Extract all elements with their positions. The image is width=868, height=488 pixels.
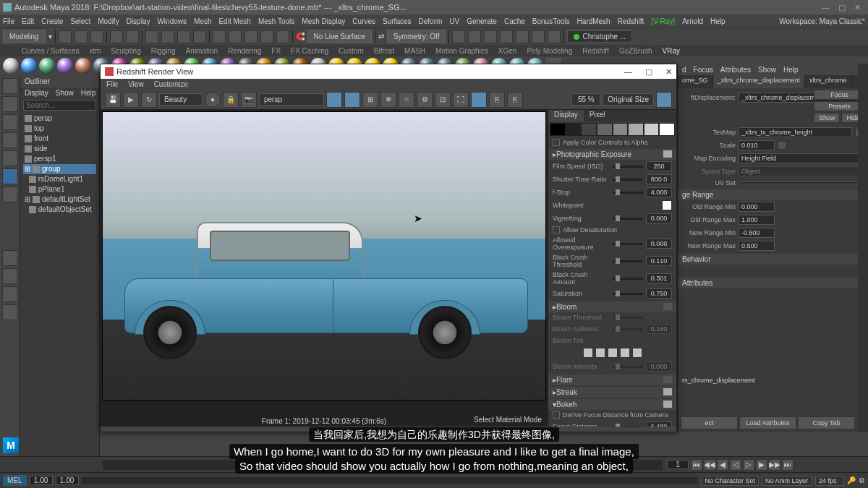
charset-combo[interactable]: No Character Set — [701, 476, 759, 486]
attr-menu[interactable]: d — [682, 66, 686, 74]
slider[interactable] — [613, 317, 643, 319]
scale-combo[interactable]: Original Size — [603, 93, 654, 106]
symmetry-combo[interactable]: Symmetry: Off — [387, 30, 446, 43]
shelf-tab[interactable]: VRay — [662, 47, 679, 55]
show-button[interactable]: Show — [814, 113, 841, 123]
tab-pixel[interactable]: Pixel — [584, 110, 611, 121]
render-menu-customize[interactable]: Customize — [154, 80, 188, 88]
gear-icon[interactable]: ⚙ — [417, 92, 433, 108]
outliner-search-input[interactable] — [23, 100, 96, 111]
shelf-icon[interactable] — [452, 30, 465, 43]
slider[interactable] — [613, 366, 643, 368]
step-back-icon[interactable]: ◀◀ — [704, 459, 715, 471]
active-tool-icon[interactable] — [2, 168, 18, 184]
shelf-tab[interactable]: XGen — [498, 47, 517, 55]
outliner-item[interactable]: defaultObjectSet — [23, 205, 96, 215]
menu-bonustools[interactable]: BonusTools — [532, 17, 570, 25]
select-face-icon[interactable] — [177, 30, 190, 43]
range-s2-field[interactable]: 1.00 — [56, 476, 79, 485]
render-menu-view[interactable]: View — [128, 80, 144, 88]
prefs-icon[interactable]: ⚙ — [859, 476, 865, 484]
slider[interactable] — [613, 179, 643, 181]
mel-label[interactable]: MEL — [3, 475, 27, 486]
camera-icon[interactable]: 📷 — [241, 92, 257, 108]
shelf-icon[interactable] — [500, 30, 513, 43]
menu-vray[interactable]: [V-Ray] — [651, 17, 675, 25]
lasso-tool-icon[interactable] — [2, 96, 18, 112]
fps-combo[interactable]: 24 fps — [815, 476, 844, 486]
copy-icon[interactable]: ⎘ — [489, 92, 505, 108]
layout-tool-icon[interactable] — [2, 250, 18, 266]
chevron-down-icon[interactable]: ▾ — [48, 33, 52, 40]
menu-meshtools[interactable]: Mesh Tools — [258, 17, 294, 25]
render-menu-file[interactable]: File — [106, 80, 118, 88]
outliner-item[interactable]: ⊞defaultLightSet — [23, 194, 96, 205]
shelf-tab[interactable]: Rigging — [151, 47, 176, 55]
color-swatch[interactable] — [662, 200, 672, 210]
outliner-item[interactable]: top — [23, 124, 96, 134]
menu-arnold[interactable]: Arnold — [682, 17, 703, 25]
undo-icon[interactable] — [110, 30, 123, 43]
section-attributes[interactable]: Attributes — [678, 278, 868, 288]
render-play-icon[interactable]: ▶ — [123, 92, 139, 108]
section-bokeh[interactable]: ▾ Bokeh — [548, 399, 676, 410]
user-combo[interactable]: Christophe ... — [567, 30, 631, 43]
shelf-tab[interactable]: MASH — [404, 47, 425, 55]
value-field[interactable]: 250 — [646, 161, 672, 171]
check-icon[interactable] — [663, 376, 672, 383]
shelf-tab[interactable]: Bifrost — [374, 47, 394, 55]
play-icon[interactable]: ▷ — [743, 459, 754, 471]
vertical-tabs[interactable] — [858, 64, 868, 432]
minimize-icon[interactable]: — — [624, 67, 632, 77]
value-field[interactable]: 0.160 — [646, 324, 672, 334]
attr-tab[interactable]: ome_SG — [678, 75, 713, 88]
checkbox[interactable] — [553, 226, 560, 234]
region-icon[interactable] — [326, 92, 342, 108]
shelf-tab[interactable]: Custom — [339, 47, 363, 55]
value-field[interactable]: 0.000 — [646, 213, 672, 223]
range-slider-track[interactable] — [82, 477, 699, 484]
value-field[interactable] — [646, 316, 672, 319]
new-scene-icon[interactable] — [59, 30, 72, 43]
scale-tool-icon[interactable] — [2, 150, 18, 166]
value-field[interactable]: 0.301 — [646, 273, 672, 283]
select-tool-icon[interactable] — [2, 78, 18, 94]
slider[interactable] — [613, 243, 643, 245]
shelf-tab[interactable]: xtm — [89, 47, 101, 55]
select-edge-icon[interactable] — [161, 30, 174, 43]
section-behavior[interactable]: Behavior — [678, 254, 868, 265]
attr-menu[interactable]: Focus — [694, 66, 713, 74]
pick-icon[interactable]: ⊡ — [435, 92, 451, 108]
magnet-icon[interactable]: 🧲 — [296, 33, 305, 40]
attr-menu[interactable]: Attributes — [720, 66, 751, 74]
outliner-menu-help[interactable]: Help — [81, 89, 96, 97]
shelf-tab[interactable]: Curves / Surfaces — [22, 47, 79, 55]
checkbox[interactable] — [553, 139, 560, 146]
section-streak[interactable]: ▸ Streak — [548, 387, 676, 398]
outliner-menu-show[interactable]: Show — [56, 89, 74, 97]
snap-grid-icon[interactable] — [213, 30, 226, 43]
material-icon[interactable] — [75, 58, 91, 74]
check-icon[interactable] — [663, 303, 672, 310]
lock-icon[interactable]: 🔒 — [223, 92, 239, 108]
outliner-menu-display[interactable]: Display — [25, 89, 48, 97]
close-icon[interactable]: ✕ — [854, 3, 861, 12]
snap-curve-icon[interactable] — [229, 30, 242, 43]
step-fwd-icon[interactable]: ▶▶ — [769, 459, 780, 471]
menu-modify[interactable]: Modify — [98, 17, 119, 25]
outliner-item[interactable]: rsDomeLight1 — [23, 174, 96, 184]
check-icon[interactable] — [663, 388, 672, 395]
slider[interactable] — [613, 192, 643, 194]
shelf-icon[interactable] — [516, 30, 529, 43]
shelf-icon[interactable] — [468, 30, 481, 43]
render-refresh-icon[interactable]: ↻ — [141, 92, 157, 108]
layout-tool-icon[interactable] — [2, 286, 18, 302]
render-titlebar[interactable]: Redshift Render View — ▢ ✕ — [101, 64, 676, 79]
slider[interactable] — [613, 166, 643, 168]
value-field[interactable]: 800.0 — [646, 174, 672, 184]
outliner-item[interactable]: side — [23, 144, 96, 154]
range-field[interactable]: 0.500 — [739, 241, 775, 251]
outliner-item[interactable]: pPlane1 — [23, 184, 96, 194]
menu-redshift[interactable]: Redshift — [618, 17, 644, 25]
shelf-icon[interactable] — [548, 30, 561, 43]
